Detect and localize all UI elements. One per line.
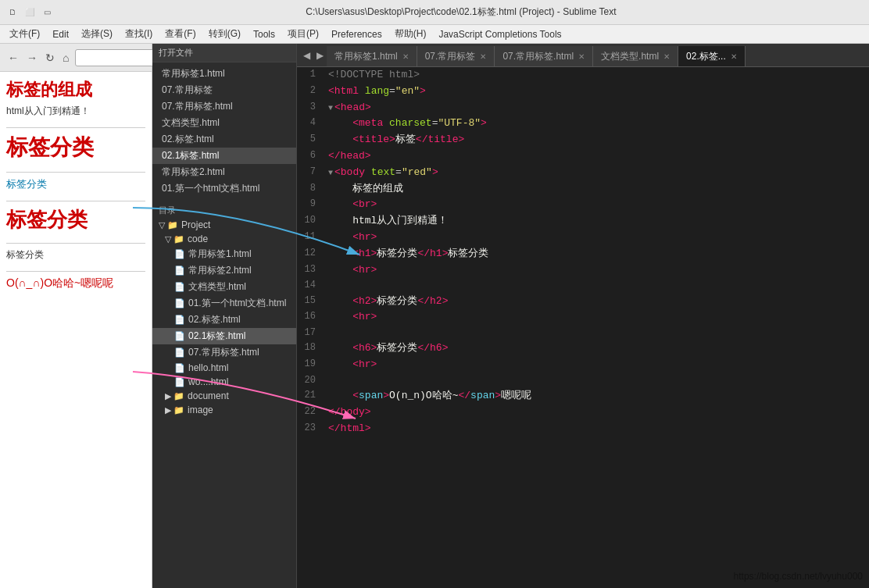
code-area: ◀ ▶ 常用标签1.html ✕ 07.常用标签 ✕ 07.常用标签.html … — [297, 44, 869, 588]
recent-file-3[interactable]: 文档类型.html — [152, 115, 296, 131]
tab-4[interactable]: 02.标签... ✕ — [678, 46, 746, 66]
annotation-section-2: 标签分类 — [6, 133, 145, 162]
file-icon: 📄 — [174, 265, 185, 276]
code-lines: 1 <!DOCTYPE html> 2 <html lang="en"> 3 ▼… — [297, 67, 869, 437]
tree-file-6[interactable]: 📄 07.常用标签.html — [152, 344, 296, 361]
menu-project[interactable]: 项目(P) — [283, 26, 324, 42]
menu-preferences[interactable]: Preferences — [327, 27, 387, 41]
tab-0[interactable]: 常用标签1.html ✕ — [327, 46, 417, 66]
tab-nav-left[interactable]: ◀ — [300, 50, 313, 61]
file-icon: 📄 — [174, 249, 185, 259]
recent-file-4[interactable]: 02.标签.html — [152, 131, 296, 148]
tab-0-close[interactable]: ✕ — [402, 52, 409, 61]
menu-view[interactable]: 查看(F) — [160, 26, 200, 42]
tree-file-7[interactable]: 📄 hello.html — [152, 361, 296, 375]
dir-label: 目录 — [152, 203, 296, 218]
tree-code[interactable]: ▽ 📁 code — [152, 232, 296, 246]
line-15: 15 <h2>标签分类</h2> — [297, 294, 869, 310]
line-12: 12 <h1>标签分类</h1>标签分类 — [297, 246, 869, 262]
tree-file-5[interactable]: 📄 02.1标签.html — [152, 328, 296, 344]
file-sidebar: 打开文件 常用标签1.html 07.常用标签 07.常用标签.html 文档类… — [152, 44, 297, 588]
title-bar-icons: 🗋 ⬜ ▭ — [6, 6, 53, 19]
line-6: 6 </head> — [297, 148, 869, 165]
menu-goto[interactable]: 转到(G) — [204, 26, 245, 42]
menu-file[interactable]: 文件(F) — [5, 26, 45, 42]
refresh-button[interactable]: ↻ — [44, 50, 56, 66]
annotation-section-4: 标签分类 — [6, 206, 145, 233]
line-13: 13 <hr> — [297, 262, 869, 279]
title-bar: 🗋 ⬜ ▭ C:\Users\asus\Desktop\Project\code… — [0, 0, 869, 25]
menu-js-tools[interactable]: JavaScript Completions Tools — [434, 27, 566, 41]
tree-image[interactable]: ▶ 📁 image — [152, 403, 296, 417]
line-3: 3 ▼<head> — [297, 100, 869, 116]
recent-file-0[interactable]: 常用标签1.html — [152, 66, 296, 82]
annotation-section-5: 标签分类 — [6, 248, 145, 262]
back-button[interactable]: ← — [6, 50, 20, 66]
line-4: 4 <meta charset="UTF-8"> — [297, 116, 869, 132]
tree-file-8[interactable]: 📄 wo....html — [152, 375, 296, 389]
annotation-small-label: 标签分类 — [6, 248, 145, 262]
annotation-section-3: 标签分类 — [6, 177, 145, 191]
tree-file-1[interactable]: 📄 常用标签2.html — [152, 262, 296, 279]
line-16: 16 <hr> — [297, 309, 869, 326]
line-11: 11 <hr> — [297, 230, 869, 246]
line-7: 7 ▼<body text="red"> — [297, 165, 869, 181]
tree-file-2[interactable]: 📄 文档类型.html — [152, 279, 296, 295]
recent-files-list: 常用标签1.html 07.常用标签 07.常用标签.html 文档类型.htm… — [152, 62, 296, 200]
annotation-section-1: 标签的组成 html从入门到精通！ — [6, 78, 145, 118]
line-10: 10 html从入门到精通！ — [297, 213, 869, 230]
tree-document[interactable]: ▶ 📁 document — [152, 389, 296, 403]
tab-bar: ◀ ▶ 常用标签1.html ✕ 07.常用标签 ✕ 07.常用标签.html … — [297, 44, 869, 67]
annotation-subtitle-1: html从入门到精通！ — [6, 105, 145, 118]
open-files-label: 打开文件 — [152, 44, 296, 62]
sublime-panel: 打开文件 常用标签1.html 07.常用标签 07.常用标签.html 文档类… — [152, 44, 869, 588]
tab-0-label: 常用标签1.html — [334, 50, 398, 63]
line-19: 19 <hr> — [297, 357, 869, 373]
home-button[interactable]: ⌂ — [61, 50, 70, 66]
tab-3-close[interactable]: ✕ — [663, 52, 670, 61]
tab-1-close[interactable]: ✕ — [480, 52, 486, 61]
recent-file-1[interactable]: 07.常用标签 — [152, 82, 296, 98]
line-22: 22 </body> — [297, 404, 869, 421]
file-icon: 📄 — [174, 377, 185, 387]
line-9: 9 <br> — [297, 197, 869, 213]
tab-4-close[interactable]: ✕ — [731, 52, 737, 61]
recent-file-2[interactable]: 07.常用标签.html — [152, 98, 296, 115]
tree-file-0[interactable]: 📄 常用标签1.html — [152, 246, 296, 262]
recent-file-5[interactable]: 02.1标签.html — [152, 148, 296, 164]
browser-content: 标签的组成 html从入门到精通！ 标签分类 标签分类 标签分类 标签分类 O(… — [0, 72, 152, 588]
folder-icon: ▶ 📁 — [165, 405, 184, 415]
line-2: 2 <html lang="en"> — [297, 84, 869, 100]
forward-button[interactable]: → — [25, 50, 39, 66]
menu-find[interactable]: 查找(I) — [120, 26, 157, 42]
tree-file-4[interactable]: 📄 02.标签.html — [152, 312, 296, 328]
tab-2[interactable]: 07.常用标签.html ✕ — [495, 46, 593, 66]
tree-file-3[interactable]: 📄 01.第一个html文档.html — [152, 295, 296, 312]
window-icon: ▭ — [41, 6, 53, 19]
tab-3-label: 文档类型.html — [601, 50, 659, 63]
recent-file-6[interactable]: 常用标签2.html — [152, 164, 296, 180]
tab-1-label: 07.常用标签 — [425, 50, 476, 63]
menu-help[interactable]: 帮助(H) — [390, 26, 431, 42]
recent-file-7[interactable]: 01.第一个html文档.html — [152, 180, 296, 197]
tab-1[interactable]: 07.常用标签 ✕ — [417, 46, 495, 66]
tree-project[interactable]: ▽ 📁 Project — [152, 218, 296, 232]
code-editor[interactable]: 1 <!DOCTYPE html> 2 <html lang="en"> 3 ▼… — [297, 67, 869, 588]
sublime-layout: 打开文件 常用标签1.html 07.常用标签 07.常用标签.html 文档类… — [152, 44, 869, 588]
annotation-title-2: 标签分类 — [6, 133, 145, 162]
menu-bar: 文件(F) Edit 选择(S) 查找(I) 查看(F) 转到(G) Tools… — [0, 25, 869, 44]
menu-edit[interactable]: Edit — [48, 27, 73, 41]
annotation-title-6: O(∩_∩)O哈哈~嗯呢呢 — [6, 276, 145, 290]
tab-3[interactable]: 文档类型.html ✕ — [593, 46, 678, 66]
folder-icon: ▽ 📁 — [165, 234, 184, 244]
line-5: 5 <title>标签</title> — [297, 132, 869, 148]
tab-nav-right[interactable]: ▶ — [313, 50, 327, 61]
menu-select[interactable]: 选择(S) — [77, 26, 117, 42]
annotation-section-6: O(∩_∩)O哈哈~嗯呢呢 — [6, 276, 145, 290]
tab-2-close[interactable]: ✕ — [578, 52, 585, 61]
annotation-title-4: 标签分类 — [6, 206, 145, 233]
window-title: C:\Users\asus\Desktop\Project\code\02.1标… — [59, 5, 863, 19]
line-21: 21 <span>O(n_n)O哈哈~</span>嗯呢呢 — [297, 388, 869, 404]
menu-tools[interactable]: Tools — [249, 27, 280, 41]
folder-icon: ▶ 📁 — [165, 391, 184, 401]
